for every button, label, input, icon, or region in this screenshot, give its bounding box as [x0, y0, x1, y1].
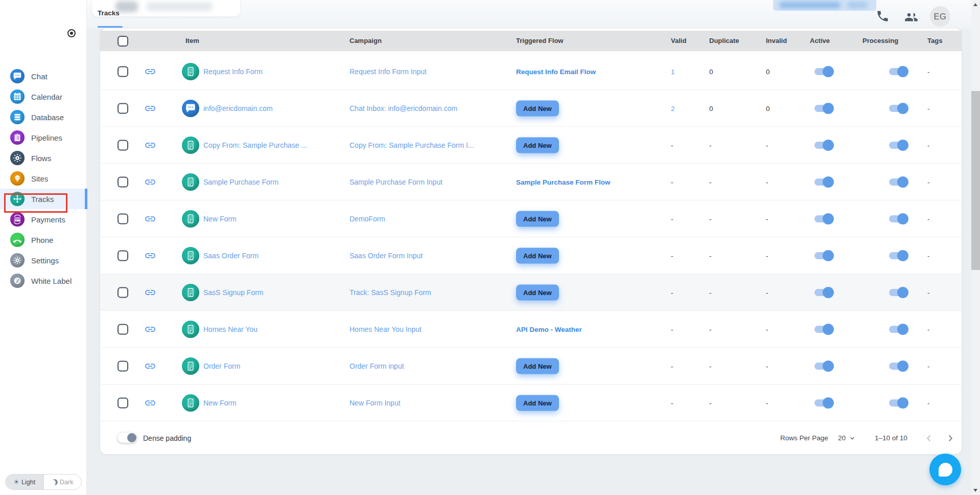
active-toggle[interactable] — [814, 105, 833, 112]
user-avatar[interactable]: EG — [930, 6, 950, 27]
select-all-checkbox[interactable] — [118, 36, 128, 47]
valid-count[interactable]: - — [671, 399, 673, 407]
add-new-button[interactable]: Add New — [516, 358, 559, 374]
link-icon[interactable] — [144, 102, 156, 115]
processing-toggle[interactable] — [889, 68, 907, 75]
item-link[interactable]: Saas Order Form — [203, 252, 259, 260]
campaign-link[interactable]: Saas Order Form Input — [349, 252, 423, 260]
row-checkbox[interactable] — [118, 140, 128, 150]
row-checkbox[interactable] — [118, 66, 128, 77]
sidebar-item-payments[interactable]: Payments — [0, 209, 87, 230]
sidebar-item-calendar[interactable]: Calendar — [0, 86, 87, 107]
valid-count[interactable]: - — [671, 325, 673, 333]
sidebar-item-sites[interactable]: Sites — [0, 168, 87, 189]
row-checkbox[interactable] — [118, 250, 128, 261]
valid-count[interactable]: - — [671, 362, 673, 370]
campaign-link[interactable]: Homes Near You Input — [349, 325, 422, 333]
active-toggle[interactable] — [814, 142, 833, 149]
sidebar-item-chat[interactable]: Chat — [0, 66, 87, 86]
sidebar-item-settings[interactable]: Settings — [0, 250, 87, 271]
add-new-button[interactable]: Add New — [516, 211, 559, 227]
link-icon[interactable] — [144, 397, 156, 409]
light-mode-button[interactable]: ☀ Light — [6, 475, 44, 489]
campaign-link[interactable]: DemoForm — [349, 215, 385, 223]
triggered-flow-link[interactable]: Request Info Email Flow — [516, 68, 596, 76]
item-link[interactable]: Order Form — [203, 362, 240, 370]
contacts-icon[interactable] — [904, 10, 918, 24]
item-link[interactable]: info@ericdomain.com — [203, 104, 273, 112]
focus-target-icon[interactable] — [67, 29, 76, 37]
valid-count[interactable]: - — [671, 141, 673, 149]
valid-count[interactable]: - — [671, 252, 673, 259]
active-toggle[interactable] — [814, 68, 833, 75]
link-icon[interactable] — [144, 139, 156, 151]
active-toggle[interactable] — [814, 363, 833, 370]
valid-count[interactable]: - — [671, 178, 673, 186]
campaign-link[interactable]: Sample Purchase Form Input — [349, 178, 442, 186]
processing-toggle[interactable] — [889, 326, 907, 333]
sidebar-item-phone[interactable]: Phone — [0, 230, 87, 250]
processing-toggle[interactable] — [889, 105, 907, 112]
campaign-link[interactable]: Request Info Form Input — [349, 68, 427, 76]
phone-icon[interactable] — [876, 9, 890, 23]
link-icon[interactable] — [144, 323, 156, 335]
dark-mode-button[interactable]: Dark — [44, 475, 82, 489]
add-new-button[interactable]: Add New — [516, 395, 559, 411]
tab-tracks[interactable]: Tracks — [98, 9, 120, 17]
scroll-up-arrow[interactable] — [973, 3, 977, 6]
item-link[interactable]: SasS Signup Form — [203, 288, 264, 297]
processing-toggle[interactable] — [889, 215, 907, 222]
campaign-link[interactable]: Order Form input — [349, 362, 404, 370]
processing-toggle[interactable] — [889, 399, 907, 407]
add-new-button[interactable]: Add New — [516, 284, 559, 300]
sidebar-item-white-label[interactable]: White Label — [0, 271, 87, 291]
link-icon[interactable] — [144, 360, 156, 372]
active-toggle[interactable] — [814, 326, 833, 333]
add-new-button[interactable]: Add New — [516, 137, 559, 153]
row-checkbox[interactable] — [118, 361, 128, 371]
triggered-flow-link[interactable]: Sample Purchase Form Flow — [516, 178, 611, 186]
link-icon[interactable] — [144, 176, 156, 188]
link-icon[interactable] — [144, 213, 156, 225]
active-toggle[interactable] — [814, 178, 833, 186]
active-toggle[interactable] — [814, 252, 833, 259]
sidebar-item-pipelines[interactable]: Pipelines — [0, 127, 87, 148]
item-link[interactable]: New Form — [203, 399, 237, 407]
next-page-button[interactable] — [945, 433, 956, 444]
item-link[interactable]: Copy From: Sample Purchase ... — [203, 141, 307, 149]
row-checkbox[interactable] — [118, 287, 128, 298]
chat-widget-button[interactable] — [929, 454, 961, 485]
processing-toggle[interactable] — [889, 289, 907, 296]
campaign-link[interactable]: Chat Inbox: info@ericdomain.com — [349, 104, 457, 112]
scroll-down-arrow[interactable] — [973, 489, 977, 492]
campaign-link[interactable]: Copy From: Sample Purchase Form I... — [349, 141, 474, 149]
link-icon[interactable] — [144, 250, 156, 262]
sidebar-item-database[interactable]: Database — [0, 107, 87, 127]
sidebar-item-tracks[interactable]: Tracks — [0, 189, 87, 209]
add-new-button[interactable]: Add New — [516, 100, 559, 116]
valid-count[interactable]: 1 — [671, 68, 675, 75]
item-link[interactable]: Sample Purchase Form — [203, 178, 278, 186]
active-toggle[interactable] — [814, 289, 833, 296]
processing-toggle[interactable] — [889, 363, 907, 370]
row-checkbox[interactable] — [118, 103, 128, 114]
rows-per-page-select[interactable]: 20 — [838, 434, 856, 442]
item-link[interactable]: Request Info Form — [203, 68, 263, 76]
campaign-link[interactable]: New Form Input — [349, 399, 401, 407]
processing-toggle[interactable] — [889, 252, 907, 259]
dense-padding-toggle[interactable] — [118, 433, 137, 443]
active-toggle[interactable] — [814, 215, 833, 222]
active-toggle[interactable] — [814, 399, 833, 407]
scrollbar-thumb[interactable] — [971, 91, 980, 270]
link-icon[interactable] — [144, 286, 156, 299]
row-checkbox[interactable] — [118, 176, 128, 187]
previous-page-button[interactable] — [923, 433, 935, 444]
item-link[interactable]: Homes Near You — [203, 325, 258, 333]
processing-toggle[interactable] — [889, 142, 907, 149]
triggered-flow-link[interactable]: API Demo - Weather — [516, 326, 582, 333]
add-new-button[interactable]: Add New — [516, 248, 559, 263]
valid-count[interactable]: - — [671, 288, 673, 296]
link-icon[interactable] — [144, 65, 156, 78]
row-checkbox[interactable] — [118, 324, 128, 334]
valid-count[interactable]: - — [671, 215, 673, 222]
